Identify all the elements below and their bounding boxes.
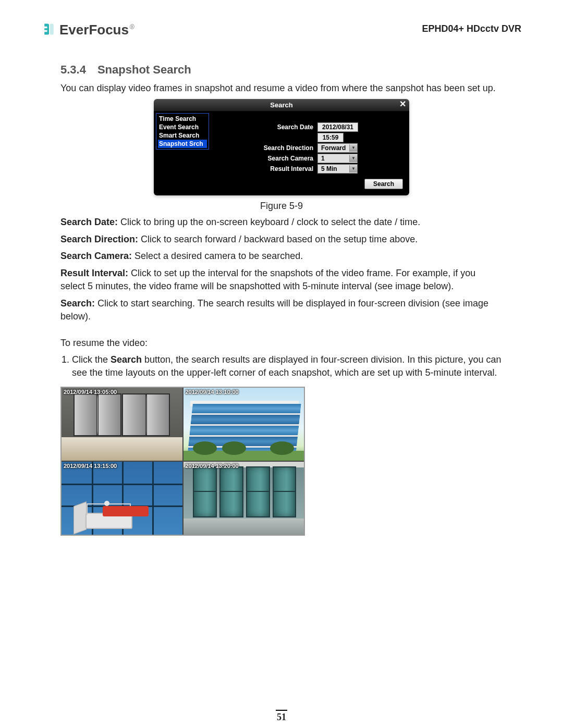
- field-search-date[interactable]: 2012/08/31: [317, 122, 358, 132]
- chevron-down-icon: ▼: [349, 144, 357, 152]
- snapshot-timestamp: 2012/09/14 13:20:00: [186, 463, 239, 469]
- dialog-titlebar: Search ✕: [154, 99, 409, 111]
- page-header: EverFocus® EPHD04+ HDcctv DVR: [42, 21, 521, 37]
- resume-steps: Click the Search button, the search resu…: [60, 353, 503, 379]
- label-search-date: Search Date: [214, 124, 317, 131]
- label-result-interval: Result Interval: [214, 165, 317, 172]
- chevron-down-icon: ▼: [349, 155, 357, 162]
- close-icon[interactable]: ✕: [399, 100, 406, 108]
- sidebar-item-event-search[interactable]: Event Search: [158, 123, 207, 131]
- intro-paragraph: You can display video frames in snapshot…: [60, 82, 503, 95]
- brand-logo-icon: [42, 22, 56, 36]
- snapshot-cell-2[interactable]: 2012/09/14 13:10:00: [183, 388, 304, 461]
- brand-name: EverFocus®: [59, 22, 134, 38]
- brand-logo: EverFocus®: [42, 21, 134, 37]
- def-search-date: Search Date: Click to bring up the on-sc…: [60, 216, 503, 229]
- snapshot-cell-1[interactable]: 2012/09/14 13:05:00: [62, 388, 182, 461]
- dialog-sidebar: Time Search Event Search Smart Search Sn…: [154, 111, 211, 195]
- sidebar-item-snapshot-search[interactable]: Snapshot Srch: [158, 140, 207, 148]
- snapshot-grid: 2012/09/14 13:05:00 2012/09/14 13:10:00: [60, 387, 305, 536]
- def-result-interval: Result Interval: Click to set up the int…: [60, 267, 503, 293]
- snapshot-cell-4[interactable]: 2012/09/14 13:20:00: [183, 462, 304, 535]
- dialog-title: Search: [270, 101, 292, 109]
- dropdown-search-direction[interactable]: Forward ▼: [317, 143, 358, 153]
- def-search-direction: Search Direction: Click to search forwar…: [60, 233, 503, 246]
- snapshot-timestamp: 2012/09/14 13:05:00: [64, 389, 117, 395]
- def-search-camera: Search Camera: Select a desired camera t…: [60, 250, 503, 263]
- sidebar-item-time-search[interactable]: Time Search: [158, 115, 207, 123]
- dropdown-search-camera[interactable]: 1 ▼: [317, 154, 358, 163]
- chevron-down-icon: ▼: [349, 165, 357, 172]
- field-search-time[interactable]: 15:59: [317, 133, 344, 142]
- search-dialog: Search ✕ Time Search Event Search Smart …: [154, 99, 409, 195]
- document-title: EPHD04+ HDcctv DVR: [422, 23, 521, 34]
- resume-step-1: Click the Search button, the search resu…: [72, 353, 503, 379]
- label-search-direction: Search Direction: [214, 144, 317, 152]
- figure-caption: Figure 5-9: [60, 201, 503, 212]
- def-search: Search: Click to start searching. The se…: [60, 297, 503, 323]
- sidebar-item-smart-search[interactable]: Smart Search: [158, 131, 207, 140]
- section-heading: 5.3.4Snapshot Search: [60, 63, 503, 77]
- page-number: 51: [0, 710, 563, 723]
- search-button[interactable]: Search: [364, 179, 403, 189]
- manual-page: EverFocus® EPHD04+ HDcctv DVR 5.3.4Snaps…: [0, 0, 563, 728]
- snapshot-cell-3[interactable]: 2012/09/14 13:15:00: [62, 462, 182, 535]
- svg-rect-0: [50, 23, 54, 34]
- snapshot-timestamp: 2012/09/14 13:10:00: [186, 389, 239, 395]
- resume-intro: To resume the video:: [60, 337, 503, 350]
- dropdown-result-interval[interactable]: 5 Min ▼: [317, 164, 358, 174]
- dialog-form: Search Date 2012/08/31 15:59 Search Dire…: [211, 111, 409, 195]
- snapshot-timestamp: 2012/09/14 13:15:00: [64, 463, 117, 469]
- label-search-camera: Search Camera: [214, 155, 317, 162]
